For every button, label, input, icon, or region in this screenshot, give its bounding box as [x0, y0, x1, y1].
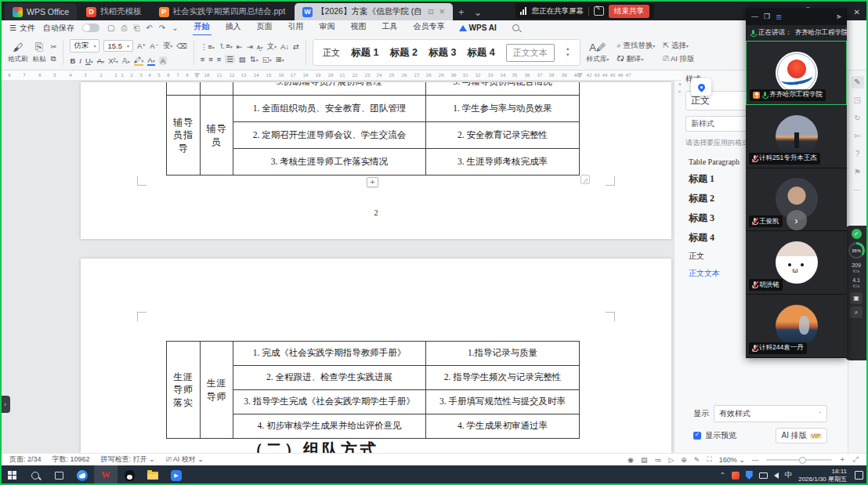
save-icon[interactable]: ▢ — [107, 24, 114, 33]
web-view-icon[interactable]: ⊕ — [681, 456, 687, 464]
robot-tool-icon[interactable]: ⚑ — [852, 166, 864, 179]
font-name-select[interactable]: 仿宋▾ — [70, 39, 99, 52]
phonetic-guide-icon[interactable]: 变▾ — [163, 41, 173, 51]
tab-docer-templates[interactable]: D 找稻壳模板 — [78, 3, 150, 20]
section-heading[interactable]: （二）组队方式 — [247, 439, 378, 453]
history-tool-icon[interactable]: ↻ — [852, 112, 864, 125]
notification-center-icon[interactable] — [855, 471, 863, 480]
zoom-slider[interactable] — [766, 459, 832, 461]
borders-icon[interactable]: ⊞▾ — [276, 55, 284, 63]
table-cell[interactable]: 3. 指导学生完成《社会实践学期学生手册》 — [233, 390, 426, 414]
tab-document-active[interactable]: W 【2026】方案《信息学院 (自 ⊡ ✕ — [295, 3, 453, 20]
cut-icon[interactable]: ✂ — [51, 42, 57, 51]
align-left-icon[interactable]: ≡ — [201, 55, 205, 63]
table-cell[interactable]: 2. 全程跟进、检查学生实践进展 — [233, 366, 426, 390]
tab-presentation[interactable]: P 社会实践学期第四周总结会.ppt — [151, 3, 294, 20]
char-shading-icon[interactable]: A — [159, 56, 167, 65]
text-effect-icon[interactable]: 𝔸▾ — [122, 56, 130, 65]
table-cell[interactable]: 4. 初步审核学生成果并给出评价意见 — [233, 414, 426, 439]
fullscreen-icon[interactable]: ⤢ — [853, 455, 859, 464]
number-list-icon[interactable]: ⒈≡▾ — [219, 42, 233, 52]
line-spacing-icon[interactable]: ⇅▾ — [250, 55, 259, 63]
style-heading3[interactable]: 标题 3 — [429, 46, 456, 60]
zoom-level[interactable]: 160% ⌄ — [719, 456, 745, 464]
sort-icon[interactable]: A↓ — [280, 42, 289, 51]
tab-list-caret[interactable]: ⌄ — [470, 3, 486, 20]
align-center-icon[interactable]: ≡ — [208, 55, 213, 63]
bullet-list-icon[interactable]: ⋮≡▾ — [201, 42, 215, 51]
ime-indicator[interactable]: 中 — [785, 470, 793, 480]
select-button[interactable]: ⇱ 选择▾ — [663, 41, 694, 51]
word-count[interactable]: 字数: 10962 — [52, 454, 90, 465]
distribute-icon[interactable]: ▤ — [239, 55, 246, 63]
tray-shield-icon[interactable] — [746, 471, 753, 480]
clear-format-icon[interactable]: ⌫ — [176, 42, 186, 50]
table-cell[interactable]: 2. 指导学生频次与记录完整性 — [426, 366, 580, 390]
ai-proofread-button[interactable]: ⎚ AI 校对 ⌄ — [166, 454, 204, 465]
table-cell[interactable]: 1.指导记录与质量 — [426, 342, 580, 366]
help-tool-icon[interactable]: ? — [852, 148, 864, 161]
autosave-toggle[interactable] — [82, 24, 99, 32]
translate-button[interactable]: 🗘 翻译▾ — [617, 54, 655, 64]
meeting-list-view-icon[interactable]: ≣ — [776, 13, 782, 21]
annotation-icon[interactable] — [594, 6, 604, 16]
shading-icon[interactable]: ◱▾ — [262, 55, 272, 63]
tab-tools[interactable]: 工具 — [381, 20, 400, 36]
style-heading2[interactable]: 标题 2 — [389, 46, 417, 60]
copy-icon[interactable]: ⧉ — [51, 54, 57, 63]
table-cell[interactable]: 4. 学生成果初审通过率 — [426, 414, 580, 439]
taskbar-search-button[interactable] — [24, 465, 47, 485]
print-icon[interactable]: ⎙ — [121, 24, 127, 33]
play-view-icon[interactable]: ▷ — [668, 456, 674, 464]
video-tile[interactable]: 胡洪铭 — [746, 231, 847, 295]
table-cell[interactable]: 1. 完成《社会实践学期指导教师手册》 — [233, 342, 426, 366]
quark-browser-button[interactable] — [71, 465, 94, 485]
pen-tool-icon[interactable]: ✎ — [852, 76, 864, 89]
table-cell[interactable]: 2. 定期召开生涯导师会议、学生交流会 — [233, 122, 426, 149]
char-scale-icon[interactable]: 文▾ — [266, 42, 277, 52]
style-heading1[interactable]: 标题 1 — [351, 46, 378, 60]
document-page-3[interactable]: 生涯导师落实 生涯导师 1. 完成《社会实践学期指导教师手册》 1.指导记录与质… — [81, 259, 671, 453]
decrease-font-icon[interactable]: A⁻ — [150, 42, 158, 50]
qq-taskbar-button[interactable] — [118, 465, 141, 485]
system-monitor-widget[interactable]: ✓ 209K/s 4.1K/s ▣ ⌕ — [845, 226, 867, 360]
table-cell[interactable]: 3. 考核生涯导师工作落实情况 — [233, 149, 426, 176]
increase-indent-icon[interactable]: ⇥ — [247, 42, 253, 51]
tray-volume-icon[interactable] — [774, 472, 779, 479]
new-tab-button[interactable]: + — [454, 3, 468, 20]
start-button[interactable] — [0, 465, 24, 485]
style-normal[interactable]: 正文 — [323, 47, 340, 59]
decrease-indent-icon[interactable]: ⇤ — [237, 42, 243, 51]
tab-wps-home[interactable]: WPS Office — [5, 3, 77, 20]
meeting-layout-icon[interactable]: ⫸ — [837, 12, 841, 21]
zoom-in-button[interactable]: ＋ — [839, 454, 846, 465]
italic-button[interactable]: I — [79, 56, 81, 65]
table-cell-role[interactable]: 辅导员 — [201, 96, 233, 176]
table-cell[interactable]: 3. 手册填写规范性与提交及时率 — [426, 390, 580, 414]
show-preview-checkbox[interactable] — [693, 432, 701, 440]
more-tools-icon[interactable]: ⋯ — [852, 184, 864, 197]
tab-home[interactable]: 开始 — [193, 20, 212, 36]
wps-ai-button[interactable]: WPS AI — [459, 24, 497, 32]
screenshot-tool-icon[interactable]: ▣ — [850, 292, 863, 304]
clock[interactable]: 18:11 2026/1/30 星期五 — [798, 468, 847, 483]
fit-page-icon[interactable]: ⛶ — [707, 455, 711, 464]
table-cell[interactable]: 1. 学生参与率与动员效果 — [426, 96, 580, 122]
comment-tool-icon[interactable]: ◳ — [852, 94, 864, 107]
wps-taskbar-button[interactable]: W — [94, 465, 118, 485]
table-cell[interactable]: 3. 与辅导员协同配合情况 — [426, 82, 580, 96]
text-direction-icon[interactable]: ᴀ̱▾ — [257, 42, 263, 51]
table-cell[interactable]: 3.协助辅导员开展协同管理 — [233, 82, 426, 96]
collaboration-icon[interactable]: ⊡ — [428, 8, 434, 16]
add-row-button[interactable]: + — [367, 177, 378, 187]
page-indicator[interactable]: 页面: 2/34 — [9, 454, 42, 465]
tab-reference[interactable]: 引用 — [287, 20, 306, 36]
align-justify-icon[interactable]: ☰ — [225, 55, 235, 63]
eye-protect-icon[interactable]: ◉ — [627, 456, 634, 464]
document-area[interactable]: 3.协助辅导员开展协同管理 3. 与辅导员协同配合情况 辅导员指导 辅导员 1.… — [2, 81, 674, 453]
tab-close-icon[interactable]: ✕ — [439, 8, 445, 16]
tab-page[interactable]: 页面 — [255, 20, 274, 36]
tab-insert[interactable]: 插入 — [224, 20, 243, 36]
ai-layout-pane-button[interactable]: AI 排版 VIP — [776, 428, 827, 443]
more-caret-icon[interactable]: ⌄ — [172, 24, 178, 33]
